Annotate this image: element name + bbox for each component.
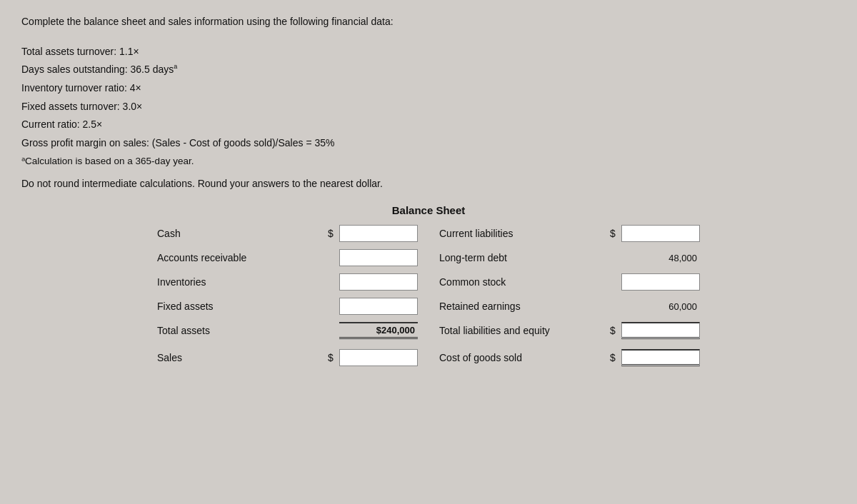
cash-label: Cash bbox=[157, 228, 328, 239]
balance-sheet-title: Balance Sheet bbox=[21, 204, 836, 216]
balance-sheet: Cash $ Accounts receivable Inventories F… bbox=[157, 223, 700, 372]
sales-label: Sales bbox=[157, 352, 328, 363]
accounts-receivable-label: Accounts receivable bbox=[157, 252, 328, 263]
fixed-assets-row: Fixed assets bbox=[157, 296, 418, 316]
common-stock-row: Common stock bbox=[439, 272, 700, 292]
fixed-assets-input[interactable] bbox=[339, 298, 418, 315]
inventories-label: Inventories bbox=[157, 276, 328, 288]
item-3: Inventory turnover ratio: 4× bbox=[21, 81, 836, 96]
cost-of-goods-sold-row: Cost of goods sold $ bbox=[439, 348, 700, 368]
current-liabilities-row: Current liabilities $ bbox=[439, 223, 700, 243]
instructions-section: Complete the balance sheet and sales inf… bbox=[21, 14, 836, 191]
cash-input[interactable] bbox=[339, 225, 418, 242]
cost-of-goods-sold-label: Cost of goods sold bbox=[439, 352, 610, 363]
note-text: ᵃCalculation is based on a 365-day year. bbox=[21, 154, 836, 169]
inventories-input[interactable] bbox=[339, 273, 418, 291]
cash-row: Cash $ bbox=[157, 223, 418, 243]
item-6: Gross profit margin on sales: (Sales - C… bbox=[21, 136, 836, 151]
long-term-debt-label: Long-term debt bbox=[439, 252, 610, 263]
intro-text: Complete the balance sheet and sales inf… bbox=[21, 14, 836, 30]
balance-sheet-left: Cash $ Accounts receivable Inventories F… bbox=[157, 223, 418, 372]
sales-input[interactable] bbox=[339, 349, 418, 366]
long-term-debt-row: Long-term debt 48,000 bbox=[439, 248, 700, 268]
total-assets-label: Total assets bbox=[157, 325, 328, 336]
retained-earnings-row: Retained earnings 60,000 bbox=[439, 296, 700, 316]
common-stock-input[interactable] bbox=[621, 273, 700, 291]
total-liabilities-equity-input[interactable] bbox=[621, 322, 700, 339]
long-term-debt-value: 48,000 bbox=[621, 249, 700, 266]
current-liabilities-input[interactable] bbox=[621, 225, 700, 242]
retained-earnings-value: 60,000 bbox=[621, 298, 700, 315]
accounts-receivable-input[interactable] bbox=[339, 249, 418, 266]
current-liabilities-label: Current liabilities bbox=[439, 228, 610, 239]
balance-sheet-right: Current liabilities $ Long-term debt 48,… bbox=[418, 223, 700, 372]
accounts-receivable-row: Accounts receivable bbox=[157, 248, 418, 268]
item-5: Current ratio: 2.5× bbox=[21, 117, 836, 133]
item-1: Total assets turnover: 1.1× bbox=[21, 44, 836, 60]
cost-of-goods-sold-input[interactable] bbox=[621, 349, 700, 366]
retained-earnings-label: Retained earnings bbox=[439, 301, 610, 312]
total-assets-value: $240,000 bbox=[339, 322, 418, 339]
round-note-text: Do not round intermediate calculations. … bbox=[21, 176, 836, 192]
item-4: Fixed assets turnover: 3.0× bbox=[21, 99, 836, 115]
common-stock-label: Common stock bbox=[439, 276, 610, 288]
inventories-row: Inventories bbox=[157, 272, 418, 292]
fixed-assets-label: Fixed assets bbox=[157, 301, 328, 312]
total-liabilities-equity-label: Total liabilities and equity bbox=[439, 325, 610, 336]
item-2: Days sales outstanding: 36.5 daysa bbox=[21, 62, 836, 78]
total-liabilities-equity-row: Total liabilities and equity $ bbox=[439, 321, 700, 341]
total-assets-row: Total assets $240,000 bbox=[157, 321, 418, 341]
sales-row: Sales $ bbox=[157, 348, 418, 368]
